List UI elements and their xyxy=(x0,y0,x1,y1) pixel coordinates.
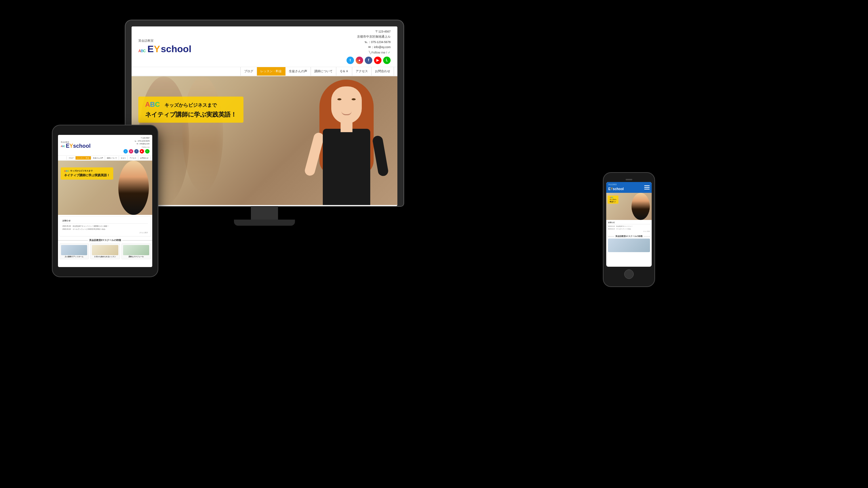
line-icon[interactable]: L xyxy=(383,57,391,64)
hamburger-line-2 xyxy=(644,187,650,188)
tablet-instagram[interactable]: ● xyxy=(129,149,133,154)
teacher-top xyxy=(323,129,370,205)
site-header: 英会話教室 ABC EYschool xyxy=(132,26,397,67)
tablet-follow-me: Follow me xyxy=(123,146,150,149)
tablet-nav-lessons[interactable]: レッスン・料金 xyxy=(76,156,91,160)
tablet-news-item-2: 2020.04.22 ゴールデンウィーク2020年05月05日〜休み xyxy=(62,228,148,230)
social-icons[interactable]: t ● f ▶ L xyxy=(347,57,391,64)
tablet-news: お知らせ 2020.05.26 本金英語EYキャンペーン！期間限りのー体験！ 2… xyxy=(59,216,151,237)
tablet-logo-ey: EY xyxy=(66,143,73,149)
hero-sub-text: ネイティブ講師に学ぶ実践英語！ xyxy=(145,111,237,119)
tablet-logo: 英会話教室 ABC EY school xyxy=(61,141,91,149)
mobile-hamburger-menu[interactable] xyxy=(644,185,650,189)
tablet-news-title: お知らせ xyxy=(62,219,148,224)
mobile-hero-sub: 学ぼう！ xyxy=(610,201,616,203)
mobile-news-more[interactable]: さらに表示 xyxy=(608,230,650,232)
tablet-header: 英会話教室 ABC EY school 〒123-4567 ℡：075-1234… xyxy=(58,135,152,156)
teacher-smile xyxy=(341,111,352,115)
mobile-logo: 英会話教室 EYschool xyxy=(608,183,624,191)
tablet-nav-voice[interactable]: 生徒さんの声 xyxy=(91,156,105,160)
youtube-icon[interactable]: ▶ xyxy=(374,57,381,64)
nav-access[interactable]: アクセス xyxy=(352,67,372,76)
mobile-hero-text: ABC キッズから 学ぼう！ xyxy=(608,196,618,204)
monitor-screen: 英会話教室 ABC EYschool xyxy=(132,26,397,206)
twitter-icon[interactable]: t xyxy=(347,57,354,64)
logo-abc: ABC xyxy=(138,49,145,53)
tablet-nav-blog[interactable]: ブログ xyxy=(66,156,76,160)
nav-instructor[interactable]: 講師について xyxy=(311,67,336,76)
tablet-hero-text: ABC キッズからビジネスまで ネイティブ講師に学ぶ実践英語！ xyxy=(61,167,113,180)
postal-address: 〒123-4567 京都市中京区御池通上ル xyxy=(347,29,391,40)
tablet-frame: 英会話教室 ABC EY school 〒123-4567 ℡：075-1234… xyxy=(53,125,158,277)
tablet-school: school xyxy=(73,143,91,149)
tablet-nav: ブログ レッスン・料金 生徒さんの声 講師について Ｑ＆Ａ アクセス お問合わせ xyxy=(58,156,152,161)
tablet-hero-line1: ABC キッズからビジネスまで xyxy=(64,169,110,172)
facebook-icon[interactable]: f xyxy=(365,57,372,64)
tablet-section-title: 英会話教室EYスクールの特徴 xyxy=(58,239,152,242)
nav-faq[interactable]: Ｑ＆Ａ xyxy=(336,67,352,76)
tablet-feature-1: 少人数制でアットホーム xyxy=(59,243,89,259)
mobile-section-title: 英会話教室EYスクールの特徴 xyxy=(606,235,652,238)
mobile-news-item-2: 2020.04.22 ゴールデンウィーク休み xyxy=(608,228,650,230)
logo-ey-school: EYschool xyxy=(147,44,192,55)
mobile-teacher xyxy=(631,193,650,220)
mobile-device: 英会話教室 EYschool ABC キッズから 学ぼう！ xyxy=(604,173,654,286)
mobile-logo-jp: 英会話教室 xyxy=(608,183,624,185)
site-nav: ブログ レッスン・料金 生徒さんの声 講師について Ｑ＆Ａ アクセス お問合わせ xyxy=(132,67,397,76)
tablet-screen: 英会話教室 ABC EY school 〒123-4567 ℡：075-1234… xyxy=(58,135,152,267)
tablet-line[interactable]: L xyxy=(145,149,150,154)
site-logo: 英会話教室 ABC EYschool xyxy=(138,39,191,55)
tablet-nav-contact[interactable]: お問合わせ xyxy=(138,156,151,160)
tablet-facebook[interactable]: f xyxy=(134,149,139,154)
hamburger-line-3 xyxy=(644,189,650,189)
logo-main-row: ABC EYschool xyxy=(138,44,191,55)
nav-blog[interactable]: ブログ xyxy=(240,67,257,76)
hero-abc: ABC xyxy=(145,101,162,108)
logo-c: C xyxy=(143,49,145,53)
tablet-nav-access[interactable]: アクセス xyxy=(128,156,138,160)
logo-school-text: school xyxy=(161,44,191,54)
tablet-youtube[interactable]: ▶ xyxy=(140,149,144,154)
hero-text-box: ABC キッズからビジネスまで ネイティブ講師に学ぶ実践英語！ xyxy=(138,97,243,123)
mobile-home-button[interactable] xyxy=(624,269,634,279)
logo-y: Y xyxy=(154,44,160,54)
nav-testimonials[interactable]: 生徒さんの声 xyxy=(285,67,311,76)
tablet-logo-row: ABC EY school xyxy=(61,143,91,149)
monitor-stand-neck xyxy=(251,206,278,220)
tablet-hero-sub: ネイティブ講師に学ぶ実践英語！ xyxy=(64,173,110,178)
hero-main-text: キッズからビジネスまで xyxy=(164,102,217,108)
tablet-feature-img-3 xyxy=(123,245,149,255)
nav-lessons[interactable]: レッスン・料金 xyxy=(257,67,285,76)
tablet-nav-faq[interactable]: Ｑ＆Ａ xyxy=(119,156,128,160)
monitor-stand-base xyxy=(234,220,295,226)
tablet-news-more[interactable]: さらに表示 xyxy=(62,231,148,233)
tablet-feature-3: 柔軟なスケジュール xyxy=(121,243,151,259)
tablet-hero: ABC キッズからビジネスまで ネイティブ講師に学ぶ実践英語！ xyxy=(58,161,152,215)
mobile-news: お知らせ 2020.05.26 本金英語EYキャンペーン！ 2020.04.22… xyxy=(606,220,652,234)
tablet-y: Y xyxy=(70,143,73,149)
tablet-hero-main: キッズからビジネスまで xyxy=(70,169,93,172)
nav-contact[interactable]: お問合わせ xyxy=(372,67,394,76)
tablet-nav-instructor[interactable]: 講師について xyxy=(105,156,119,160)
tablet-twitter[interactable]: t xyxy=(123,149,128,154)
mobile-features xyxy=(606,239,652,254)
teacher-neck xyxy=(341,119,353,132)
instagram-icon[interactable]: ● xyxy=(356,57,363,64)
email: ✉：info@ey.com xyxy=(347,45,391,50)
mobile-header: 英会話教室 EYschool xyxy=(606,182,652,193)
tablet-feature-label-1: 少人数制でアットホーム xyxy=(61,256,87,258)
logo-jp-label: 英会話教室 xyxy=(138,39,191,43)
phone: ℡：075-1234-5678 xyxy=(347,40,391,45)
mobile-logo-text: EYschool xyxy=(608,187,624,191)
tablet-feature-label-3: 柔軟なスケジュール xyxy=(123,256,149,258)
tablet-feature-img-1 xyxy=(61,245,87,255)
teacher-eye-right xyxy=(352,98,356,100)
logo-ey: EY xyxy=(147,44,160,54)
bg-person-mid xyxy=(182,76,223,191)
teacher-face xyxy=(331,86,362,124)
mobile-screen: 英会話教室 EYschool ABC キッズから 学ぼう！ xyxy=(606,182,652,267)
hamburger-line-1 xyxy=(644,185,650,186)
tablet-social[interactable]: t ● f ▶ L xyxy=(123,149,150,154)
tablet-device: 英会話教室 ABC EY school 〒123-4567 ℡：075-1234… xyxy=(53,125,158,277)
tablet-contact: 〒123-4567 ℡：075-1234-5678 ✉：info@ey.com … xyxy=(123,137,150,154)
